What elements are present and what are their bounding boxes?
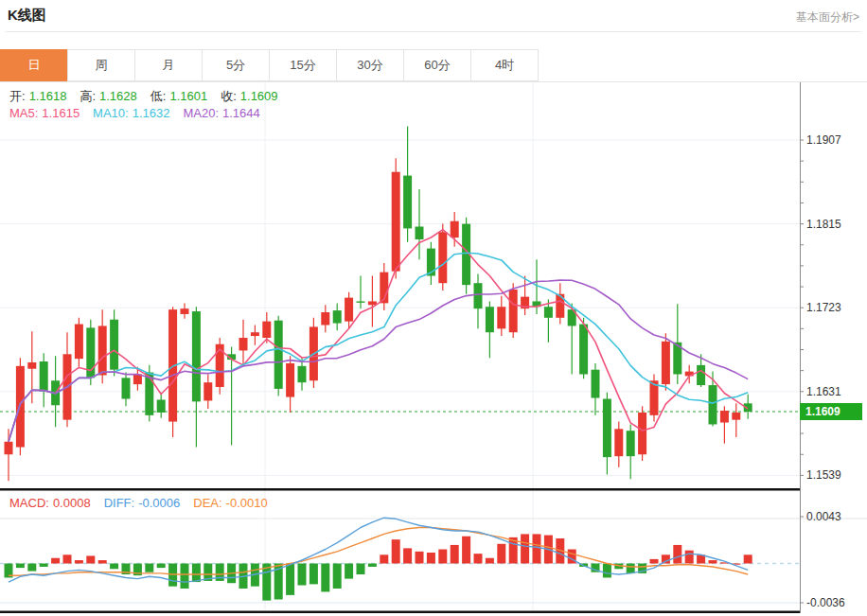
- candle-body: [627, 431, 635, 456]
- candle-body: [392, 172, 400, 272]
- candle-body: [321, 312, 329, 325]
- candle-body: [697, 365, 705, 385]
- macd-hist-bar: [662, 554, 670, 563]
- candle-body: [497, 307, 505, 328]
- macd-hist-bar: [603, 564, 611, 578]
- tab-5分[interactable]: 5分: [202, 49, 270, 81]
- macd-hist-bar: [673, 545, 681, 564]
- tab-周[interactable]: 周: [67, 49, 135, 81]
- macd-hist-bar: [310, 564, 318, 585]
- macd-hist-bar: [357, 564, 365, 575]
- macd-hist-bar: [462, 537, 470, 564]
- macd-hist-bar: [51, 558, 60, 564]
- candle-body: [544, 307, 553, 318]
- macd-hist-bar: [40, 564, 48, 567]
- tab-30分[interactable]: 30分: [336, 49, 404, 81]
- tab-15分[interactable]: 15分: [269, 49, 337, 81]
- candle-body: [416, 226, 424, 238]
- candle-body: [98, 326, 107, 375]
- macd-hist-bar: [321, 564, 329, 592]
- macd-hist-bar: [650, 559, 659, 564]
- macd-hist-bar: [403, 548, 412, 563]
- macd-hist-bar: [110, 564, 118, 570]
- candle-body: [592, 370, 600, 398]
- price-badge-label: 1.1609: [805, 405, 840, 418]
- indicator-label: MA10:: [93, 106, 129, 120]
- candle-body: [262, 322, 271, 338]
- macd-hist-bar: [345, 564, 353, 579]
- indicator-label: 高:: [80, 89, 96, 103]
- macd-hist-bar: [392, 539, 400, 563]
- tab-60分[interactable]: 60分: [403, 49, 471, 81]
- macd-hist-bar: [181, 564, 189, 589]
- candle-body: [720, 411, 729, 423]
- macd-hist-bar: [75, 560, 83, 563]
- header-divider: [6, 31, 861, 32]
- tab-日[interactable]: 日: [0, 49, 68, 81]
- candle-body: [192, 311, 201, 401]
- candle-body: [122, 378, 131, 398]
- candle-body: [451, 221, 459, 238]
- indicator-value: 0.0008: [53, 496, 91, 510]
- indicator-label: 收:: [221, 89, 237, 103]
- candle-body: [509, 290, 518, 332]
- kline-page: { "header": { "title": "K线图", "link": "基…: [0, 0, 867, 616]
- indicator-value: -0.0010: [226, 496, 268, 510]
- macd-hist-bar: [427, 553, 435, 564]
- candle-body: [345, 298, 353, 322]
- candle-body: [603, 399, 611, 458]
- indicator-label: DIFF:: [104, 496, 135, 510]
- candle-body: [110, 320, 118, 370]
- candle-body: [203, 382, 212, 400]
- candle-body: [732, 413, 740, 420]
- candle-body: [662, 342, 670, 384]
- ma10-line: [9, 253, 748, 442]
- main-panel-bottom-border: [0, 488, 800, 491]
- indicator-label: 低:: [150, 89, 167, 103]
- macd-hist-bar: [192, 564, 201, 583]
- tab-4时[interactable]: 4时: [470, 49, 539, 81]
- macd-hist-bar: [451, 545, 459, 564]
- y-axis-label: 1.1631: [806, 385, 841, 398]
- macd-info-row: MACD:0.0008DIFF:-0.0006DEA:-0.0010: [9, 496, 281, 510]
- candle-body: [27, 362, 36, 369]
- candle-body: [16, 366, 25, 448]
- interval-tab-strip: 日周月5分15分30分60分4时: [0, 49, 539, 81]
- candle-body: [40, 361, 48, 392]
- candle-body: [274, 321, 283, 389]
- candle-body: [638, 413, 646, 454]
- kline-chart[interactable]: 1.19071.18151.17231.16311.15390.0043-0.0…: [0, 81, 867, 616]
- y-axis-label: 1.1815: [806, 218, 841, 231]
- indicator-label: MA20:: [183, 106, 219, 120]
- indicator-label: MA5:: [9, 106, 38, 120]
- tab-月[interactable]: 月: [134, 49, 203, 81]
- chart-canvas[interactable]: 1.19071.18151.17231.16311.15390.0043-0.0…: [0, 81, 867, 616]
- indicator-value: 1.1601: [169, 89, 207, 103]
- indicator-label: MACD:: [9, 496, 49, 510]
- macd-hist-bar: [86, 555, 95, 563]
- macd-hist-bar: [709, 560, 717, 563]
- indicator-value: 1.1618: [29, 89, 67, 103]
- macd-hist-bar: [333, 564, 342, 589]
- candle-body: [286, 363, 294, 397]
- indicator-label: DEA:: [193, 496, 221, 510]
- macd-hist-bar: [486, 558, 494, 564]
- page-title: K线图: [8, 7, 46, 25]
- macd-hist-bar: [380, 554, 388, 563]
- indicator-value: -0.0006: [138, 496, 180, 510]
- macd-hist-bar: [298, 564, 307, 586]
- macd-hist-bar: [744, 554, 752, 563]
- macd-hist-bar: [98, 560, 107, 563]
- fundamental-analysis-link[interactable]: 基本面分析>: [796, 9, 859, 26]
- y-axis-label: 1.1723: [806, 301, 841, 314]
- ma5-line: [9, 230, 748, 442]
- indicator-value: 1.1609: [240, 89, 278, 103]
- macd-hist-bar: [497, 544, 505, 564]
- macd-hist-bar: [145, 564, 153, 572]
- macd-hist-bar: [474, 554, 483, 563]
- candle-body: [403, 176, 412, 229]
- indicator-value: 1.1615: [42, 106, 80, 120]
- indicator-value: 1.1632: [133, 106, 170, 120]
- macd-hist-bar: [286, 564, 294, 595]
- candle-body: [216, 344, 224, 387]
